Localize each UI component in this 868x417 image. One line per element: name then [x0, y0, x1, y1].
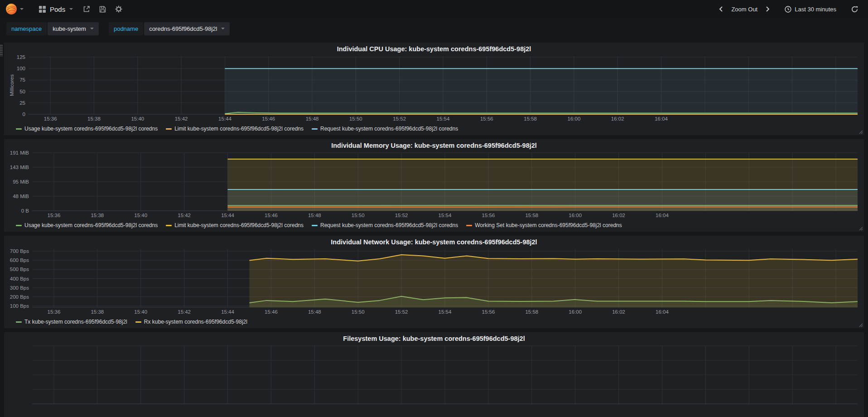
memory-usage-chart[interactable]: 0 B48 MiB95 MiB143 MiB191 MiB15:3615:381… [9, 151, 860, 220]
series-fill [228, 207, 858, 211]
legend-item[interactable]: Rx kube-system coredns-695f96dcd5-98j2l [135, 319, 247, 325]
x-tick-label: 16:00 [569, 213, 582, 218]
x-tick-label: 16:00 [569, 309, 582, 315]
x-tick-label: 15:36 [48, 213, 61, 218]
panel-title[interactable]: Filesystem Usage: kube-system coredns-69… [9, 334, 859, 344]
legend-item[interactable]: Limit kube-system coredns-695f96dcd5-98j… [166, 126, 304, 132]
y-tick-label: 100 Bps [10, 303, 29, 309]
filesystem-usage-chart[interactable] [9, 344, 860, 413]
grafana-logo[interactable] [3, 2, 26, 16]
panel-resize-handle[interactable] [858, 129, 863, 134]
legend-item[interactable]: Request kube-system coredns-695f96dcd5-9… [312, 126, 458, 132]
x-tick-label: 15:38 [87, 116, 101, 121]
legend-item[interactable]: Usage kube-system coredns-695f96dcd5-98j… [16, 222, 158, 228]
x-tick-label: 16:04 [655, 116, 668, 121]
variable-value-dropdown[interactable]: kube-system [48, 22, 99, 35]
variable-value: coredns-695f96dcd5-98j2l [149, 25, 217, 32]
x-tick-label: 15:48 [308, 213, 321, 218]
legend-label: Limit kube-system coredns-695f96dcd5-98j… [174, 222, 304, 228]
dashboard-picker[interactable]: Pods [34, 3, 78, 16]
y-tick-label: 300 Bps [10, 285, 29, 291]
chevron-right-icon [766, 6, 770, 12]
zoom-out-label: Zoom Out [731, 6, 757, 13]
legend-item[interactable]: Usage kube-system coredns-695f96dcd5-98j… [16, 126, 158, 132]
panel-individual-memory-usage: Individual Memory Usage: kube-system cor… [4, 139, 864, 232]
chart-legend: Usage kube-system coredns-695f96dcd5-98j… [9, 124, 859, 134]
x-tick-label: 15:50 [352, 213, 365, 218]
panel-title[interactable]: Individual CPU Usage: kube-system coredn… [9, 44, 859, 54]
panel-resize-handle[interactable] [858, 226, 863, 231]
caret-down-icon [69, 8, 73, 10]
y-tick-label: 0 [23, 112, 25, 117]
variable-namespace: namespace kube-system [6, 22, 99, 35]
legend-label: Rx kube-system coredns-695f96dcd5-98j2l [144, 319, 247, 325]
panel-individual-network-usage: Individual Network Usage: kube-system co… [4, 235, 864, 329]
panel-title[interactable]: Individual Network Usage: kube-system co… [9, 237, 859, 247]
legend-item[interactable]: Tx kube-system coredns-695f96dcd5-98j2l [16, 319, 127, 325]
legend-label: Request kube-system coredns-695f96dcd5-9… [320, 126, 458, 132]
y-tick-label: 191 MiB [10, 151, 29, 155]
x-tick-label: 15:48 [308, 309, 321, 315]
x-tick-label: 16:02 [611, 116, 624, 121]
x-tick-label: 15:54 [439, 213, 452, 218]
dashboard-grid-icon [39, 6, 46, 13]
y-tick-label: 25 [19, 100, 25, 106]
y-axis-title: Millicores [9, 74, 14, 96]
x-tick-label: 15:46 [265, 213, 278, 218]
x-tick-label: 15:56 [482, 213, 495, 218]
panel-title[interactable]: Individual Memory Usage: kube-system cor… [9, 141, 859, 151]
chart-legend: Tx kube-system coredns-695f96dcd5-98j2lR… [9, 317, 859, 327]
y-tick-label: 0 B [21, 208, 29, 213]
y-tick-label: 50 [19, 89, 25, 94]
chart-legend: Usage kube-system coredns-695f96dcd5-98j… [9, 220, 859, 230]
caret-down-icon [90, 28, 94, 29]
refresh-button[interactable] [847, 3, 863, 15]
x-tick-label: 15:54 [439, 309, 452, 315]
chevron-left-icon [719, 6, 723, 12]
y-tick-label: 125 [17, 54, 25, 60]
legend-color-swatch [135, 321, 141, 323]
legend-color-swatch [166, 128, 172, 130]
x-tick-label: 15:44 [218, 116, 231, 121]
x-tick-label: 15:42 [175, 116, 188, 121]
y-tick-label: 700 Bps [10, 248, 29, 254]
x-tick-label: 15:46 [265, 309, 278, 315]
time-shift-back-button[interactable] [714, 4, 727, 15]
variable-label: namespace [6, 22, 47, 35]
x-tick-label: 16:02 [612, 309, 625, 315]
legend-color-swatch [16, 225, 22, 226]
share-button[interactable] [78, 3, 95, 15]
legend-item[interactable]: Request kube-system coredns-695f96dcd5-9… [312, 222, 458, 228]
x-tick-label: 15:46 [262, 116, 275, 121]
x-tick-label: 16:04 [656, 309, 669, 315]
settings-button[interactable] [111, 3, 127, 15]
zoom-out-button[interactable]: Zoom Out [727, 3, 762, 15]
variable-value: kube-system [53, 25, 86, 32]
caret-down-icon [221, 28, 225, 29]
row-drag-handle[interactable] [0, 44, 3, 56]
time-range-picker[interactable]: Last 30 minutes [781, 3, 840, 15]
legend-item[interactable]: Limit kube-system coredns-695f96dcd5-98j… [166, 222, 304, 228]
legend-item[interactable]: Working Set kube-system coredns-695f96dc… [466, 222, 622, 228]
series-fill [249, 255, 858, 307]
cpu-usage-chart[interactable]: 025507510012515:3615:3815:4015:4215:4415… [9, 54, 860, 123]
x-tick-label: 15:38 [91, 213, 104, 218]
network-usage-chart[interactable]: 100 Bps200 Bps300 Bps400 Bps500 Bps600 B… [9, 247, 860, 316]
dashboard-title: Pods [50, 5, 65, 13]
time-shift-forward-button[interactable] [762, 4, 774, 15]
variable-podname: podname coredns-695f96dcd5-98j2l [109, 22, 230, 35]
settings-gear-icon [115, 5, 122, 13]
x-tick-label: 15:40 [131, 116, 144, 121]
y-tick-label: 75 [19, 77, 25, 82]
variable-value-dropdown[interactable]: coredns-695f96dcd5-98j2l [144, 22, 230, 35]
template-variables-bar: namespace kube-system podname coredns-69… [0, 18, 868, 39]
save-button[interactable] [95, 3, 111, 15]
x-tick-label: 16:00 [568, 116, 581, 121]
x-tick-label: 15:50 [352, 309, 365, 315]
legend-label: Usage kube-system coredns-695f96dcd5-98j… [24, 222, 158, 228]
panel-individual-cpu-usage: Individual CPU Usage: kube-system coredn… [4, 42, 864, 136]
legend-label: Tx kube-system coredns-695f96dcd5-98j2l [24, 319, 127, 325]
legend-color-swatch [16, 128, 22, 130]
y-tick-label: 95 MiB [13, 179, 29, 184]
panel-resize-handle[interactable] [858, 322, 863, 327]
